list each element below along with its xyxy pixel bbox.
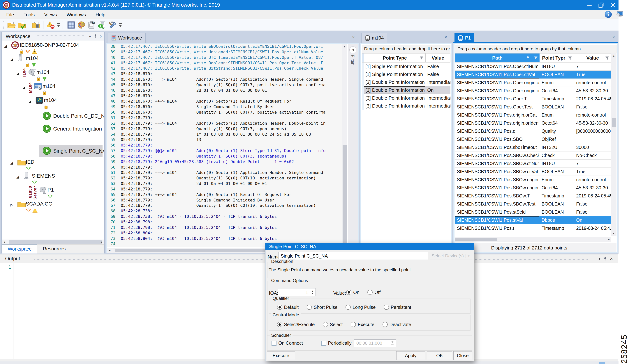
filter-funnel-icon[interactable]	[568, 56, 572, 60]
tree-item-m104[interactable]: ◢M104m104	[2, 82, 104, 96]
tree-item-p1[interactable]: 61850ServerP1	[2, 185, 104, 199]
menu-windows[interactable]: Windows	[62, 10, 91, 19]
expander-expanded-icon[interactable]: ◢	[28, 99, 31, 103]
document-inspect-icon[interactable]	[97, 20, 107, 30]
panel-menu-icon[interactable]: ▾	[599, 257, 601, 261]
group-by-drop-zone[interactable]: Drag a column header and drop it here to…	[362, 45, 451, 53]
overflow-arrow-icon[interactable]	[56, 20, 61, 30]
table-row[interactable]: SIEMENSCB1/CSWI1.Pos.SBOw.ctlValBOOLEANT…	[455, 168, 611, 176]
radio-long-pulse[interactable]: Long Pulse	[345, 305, 375, 310]
folder-accept-icon[interactable]	[17, 20, 26, 30]
clipboard-capture-icon[interactable]	[87, 20, 96, 30]
tree-item-single-point-c-sc-na[interactable]: Single Point C_SC_NA	[2, 145, 104, 158]
table-row[interactable]: SIEMENSCB1/CSWI1.Pos.Oper.origin.orCatEn…	[455, 79, 611, 87]
expander-expanded-icon[interactable]: ◢	[16, 71, 19, 75]
panel-drag-handle[interactable]	[37, 35, 86, 38]
tree-item-double-point-c-dc-na[interactable]: Double Point C_DC_NA	[2, 110, 104, 123]
menu-views[interactable]: Views	[40, 10, 62, 19]
radio-default[interactable]: Default	[277, 305, 299, 310]
filter-funnel-icon[interactable]	[605, 56, 609, 60]
scroll-up-icon[interactable]: ▴	[611, 53, 616, 58]
radio-select[interactable]: Select	[323, 322, 342, 327]
tree-item-iec61850-dnp3-02-t104[interactable]: ◢IEC61850-DNP3-02-T104	[2, 41, 104, 54]
table-row[interactable]: SIEMENSCB1/CSWI1.Pos.origin.orIdentOctet…	[455, 119, 611, 127]
expander-collapsed-icon[interactable]: ▷	[10, 203, 13, 207]
table-row[interactable]: SIEMENSCB1/CSWI1.Pos.SBOw.origin.orIdent…	[455, 184, 611, 192]
table-row[interactable]: SIEMENSCB1/CSWI1.Pos.SBOw.TestBOOLEANFal…	[455, 200, 611, 208]
close-dialog-button[interactable]: Close	[453, 351, 472, 360]
table-row[interactable]: SIEMENSCB1/CSWI1.Pos.stValDbposOn	[455, 216, 611, 224]
table-row[interactable]: [3] Double Point InformationOn	[362, 86, 451, 94]
tab-resources[interactable]: Resources	[37, 245, 71, 254]
table-row[interactable]: SIEMENSCB1/CSWI1.Pos.SBOw.ctlNumINT8U7	[455, 160, 611, 168]
checkbox-periodically[interactable]: Periodically	[321, 341, 352, 346]
tree-item-m104[interactable]: ◢m104	[2, 96, 104, 110]
tree-item-siemens[interactable]: ◢SIEMENS	[2, 172, 104, 185]
radio-deactivate[interactable]: Deactivate	[383, 322, 411, 327]
checkbox-on-connect[interactable]: On Connect	[272, 341, 303, 346]
name-field[interactable]	[278, 252, 428, 260]
table-row[interactable]: SIEMENSCB1/CSWI1.Pos.Oper.TTimestamp2019…	[455, 95, 611, 103]
table-row[interactable]: [1] Single Point InformationFalse	[362, 70, 451, 78]
expander-expanded-icon[interactable]: ◢	[4, 44, 7, 48]
log-panel-close-icon[interactable]: ×	[352, 34, 355, 40]
column-header-value[interactable]: Value	[574, 54, 611, 62]
table-row[interactable]: SIEMENSCB1/CSWI1.Pos.tTimestamp2019-08-2…	[455, 224, 611, 232]
tree-item-m104[interactable]: ◢I104m104	[2, 68, 104, 82]
panel-menu-icon[interactable]: ▾	[89, 34, 91, 39]
log-view[interactable]: 3805:42:17.467: IEC61850/Write, Write SB…	[107, 44, 342, 247]
p1-vertical-scrollbar[interactable]: ▴ ▾	[611, 53, 617, 236]
pin-icon[interactable]	[603, 257, 607, 261]
table-row[interactable]: SIEMENSCB1/CSWI1.Pos.SBOObjRef	[455, 135, 611, 143]
ok-button[interactable]: OK	[427, 351, 452, 360]
p1-panel-close-icon[interactable]: ×	[612, 34, 615, 40]
table-row[interactable]: SIEMENSCB1/CSWI1.Pos.Oper.origin.orIdent…	[455, 87, 611, 95]
scroll-up-icon[interactable]: ▴	[342, 44, 347, 49]
filter-funnel-icon[interactable]	[534, 56, 538, 60]
scroll-right-icon[interactable]: ▸	[607, 237, 611, 242]
close-button[interactable]	[610, 2, 616, 8]
tree-item-general-interrogation[interactable]: General Interrogation	[2, 123, 104, 135]
m104-panel-close-icon[interactable]: ×	[444, 34, 447, 40]
dialog-title-bar[interactable]: Single Point C_SC_NA ✕	[265, 243, 474, 250]
minimize-button[interactable]	[587, 2, 592, 8]
tree-item-ied[interactable]: ◢IED	[2, 158, 104, 172]
radio-short-pulse[interactable]: Short Pulse	[307, 305, 337, 310]
table-row[interactable]: SIEMENSCB1/CSWI1.Pos.Oper.ctlValBOOLEANT…	[455, 71, 611, 79]
tab-workspace[interactable]: Workspace	[2, 245, 37, 254]
scrollbar-thumb[interactable]	[456, 238, 497, 241]
expander-expanded-icon[interactable]: ◢	[16, 175, 19, 179]
filter-expand-icon[interactable]: ◀	[349, 46, 356, 53]
column-header-point-type[interactable]: Point Type	[364, 54, 426, 62]
tree-horizontal-scrollbar[interactable]: ◂ ▸	[2, 240, 104, 244]
table-row[interactable]: [3] Double Point InformationIntermediate	[362, 94, 451, 102]
radio-execute[interactable]: Execute	[351, 322, 374, 327]
scrollbar-thumb[interactable]	[115, 249, 277, 252]
panel-close-icon[interactable]: ×	[100, 34, 103, 39]
panel-close-icon[interactable]: ×	[610, 256, 613, 262]
table-row[interactable]: SIEMENSCB1/CSWI1.Pos.SBOw.CheckCheckNo-C…	[455, 152, 611, 160]
table-row[interactable]: SIEMENSCB1/CSWI1.Pos.Oper.TestBOOLEANFal…	[455, 103, 611, 111]
tools-icon[interactable]	[108, 20, 117, 30]
pin-icon[interactable]	[94, 34, 97, 39]
log-vertical-scrollbar[interactable]: ▴ ▾	[342, 44, 347, 247]
table-row[interactable]: SIEMENSCB1/CSWI1.Pos.sboTimeoutINT32U300…	[455, 143, 611, 152]
select-devices-button[interactable]: Select Device(s)▾	[430, 252, 472, 260]
group-by-drop-zone[interactable]: Drag a column header and drop it here to…	[455, 45, 617, 53]
spinner-stepper[interactable]: ▲▼	[310, 289, 315, 296]
execute-button[interactable]: Execute	[267, 351, 295, 360]
grid-view-icon[interactable]	[66, 20, 76, 30]
folder-open-icon[interactable]	[7, 20, 16, 30]
table-row[interactable]: SIEMENSCB1/CSWI1.Pos.stSeldBOOLEANFalse	[455, 208, 611, 216]
scrollbar-thumb[interactable]	[342, 145, 347, 247]
radio-select-execute[interactable]: Select/Execute	[277, 322, 315, 327]
scroll-left-icon[interactable]: ◂	[2, 240, 6, 244]
warning-suppress-icon[interactable]	[46, 20, 55, 30]
period-field[interactable]	[354, 339, 396, 347]
scrollbar-thumb[interactable]	[9, 240, 102, 244]
tree-item-m104[interactable]: ◢m104	[2, 54, 104, 68]
p1-horizontal-scrollbar[interactable]: ▸	[455, 237, 611, 242]
scroll-down-icon[interactable]: ▾	[611, 231, 616, 236]
table-row[interactable]: SIEMENSCB1/CSWI1.Pos.SBOw.origin.orCatEn…	[455, 176, 611, 184]
tree-item-scada-cc[interactable]: ▷SCADA CC	[2, 199, 104, 213]
